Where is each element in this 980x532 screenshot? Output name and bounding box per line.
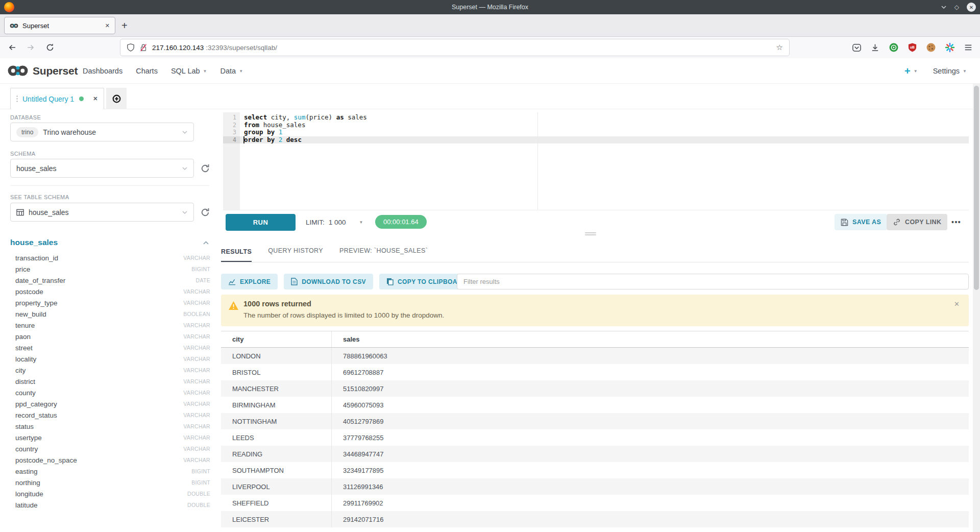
window-maximize-icon[interactable]: ◇	[954, 4, 959, 10]
download-icon[interactable]	[870, 43, 880, 53]
hamburger-menu-icon[interactable]	[964, 43, 973, 52]
schema-column-row[interactable]: usertypeVARCHAR	[15, 432, 210, 443]
table-row[interactable]: BRISTOL69612708887	[221, 364, 969, 380]
explore-button[interactable]: EXPLORE	[221, 274, 278, 289]
table-row[interactable]: BIRMINGHAM45960075093	[221, 397, 969, 413]
print-margin-line	[537, 112, 538, 210]
cookie-extension-icon[interactable]	[926, 42, 936, 53]
download-to-csv-button[interactable]: DOWNLOAD TO CSV	[284, 274, 373, 289]
window-minimize-icon[interactable]	[941, 5, 947, 9]
navbar-item-data[interactable]: Data▼	[220, 67, 243, 75]
action-label: DOWNLOAD TO CSV	[302, 278, 366, 285]
sql-code-line[interactable]: select city, sum(price) as sales	[240, 114, 969, 122]
navbar-item-dashboards[interactable]: Dashboards	[83, 67, 122, 75]
schema-column-row[interactable]: northingBIGINT	[15, 477, 210, 488]
refresh-table-icon[interactable]	[200, 207, 210, 217]
schema-column-row[interactable]: latitudeDOUBLE	[15, 499, 210, 511]
url-bar[interactable]: 217.160.120.143:32393/superset/sqllab/ ☆	[120, 39, 789, 56]
column-header-sales[interactable]: sales	[332, 331, 969, 347]
schema-column-row[interactable]: postcodeVARCHAR	[15, 286, 210, 297]
new-tab-button[interactable]: +	[121, 18, 128, 33]
superset-logo[interactable]: Superset	[7, 64, 78, 78]
privacy-extension-icon[interactable]	[889, 42, 899, 53]
table-row[interactable]: LONDON788861960063	[221, 348, 969, 364]
results-tab-preview[interactable]: PREVIEW: `HOUSE_SALES`	[339, 247, 428, 262]
bookmark-star-icon[interactable]: ☆	[776, 43, 783, 52]
schema-column-row[interactable]: tenureVARCHAR	[15, 320, 210, 331]
reload-icon[interactable]	[45, 42, 55, 53]
navbar-item-charts[interactable]: Charts	[136, 67, 158, 75]
schema-column-row[interactable]: streetVARCHAR	[15, 342, 210, 353]
schema-column-row[interactable]: paonVARCHAR	[15, 331, 210, 342]
new-item-button[interactable]: + ▼	[904, 66, 918, 76]
tab-close-icon[interactable]: ✕	[105, 22, 110, 29]
schema-column-row[interactable]: transaction_idVARCHAR	[15, 252, 210, 263]
refresh-schema-icon[interactable]	[200, 163, 210, 174]
table-row[interactable]: MANCHESTER51510820997	[221, 380, 969, 397]
table-row[interactable]: LEICESTER29142071716	[221, 511, 969, 527]
insecure-lock-icon[interactable]	[139, 43, 148, 52]
limit-dropdown[interactable]: LIMIT: 1 000 ▼	[306, 214, 363, 231]
column-header-city[interactable]: city	[221, 331, 332, 347]
table-row[interactable]: SHEFFIELD29911769902	[221, 495, 969, 511]
query-tab-close-icon[interactable]: ✕	[93, 95, 97, 102]
navbar-item-sql-lab[interactable]: SQL Lab▼	[171, 67, 207, 75]
pocket-icon[interactable]	[852, 43, 862, 53]
database-select[interactable]: trino Trino warehouse	[10, 123, 194, 141]
table-row[interactable]: NOTTINGHAM40512797869	[221, 413, 969, 429]
add-query-tab-button[interactable]	[106, 88, 127, 109]
ublock-icon[interactable]: uB	[908, 42, 917, 53]
save-as-button[interactable]: SAVE AS	[835, 214, 887, 230]
schema-column-row[interactable]: countryVARCHAR	[15, 443, 210, 454]
run-button[interactable]: RUN	[226, 214, 296, 231]
schema-column-row[interactable]: priceBIGINT	[15, 263, 210, 275]
schema-select[interactable]: house_sales	[10, 159, 194, 178]
sql-code-line[interactable]: group by 1	[240, 129, 969, 136]
table-row[interactable]: READING34468947747	[221, 446, 969, 462]
editor-code[interactable]: select city, sum(price) as salesfrom hou…	[240, 112, 969, 211]
sql-code-line[interactable]: from house_sales	[240, 122, 969, 129]
column-name: easting	[15, 468, 191, 475]
schema-column-row[interactable]: longitudeDOUBLE	[15, 488, 210, 499]
query-tab[interactable]: Untitled Query 1 ✕	[10, 88, 104, 109]
schema-column-row[interactable]: record_statusVARCHAR	[15, 409, 210, 421]
schema-column-row[interactable]: statusVARCHAR	[15, 421, 210, 432]
shield-icon[interactable]	[127, 43, 135, 52]
table-select[interactable]: house_sales	[10, 203, 194, 222]
window-close-icon[interactable]: ✕	[967, 3, 976, 12]
schema-column-row[interactable]: eastingBIGINT	[15, 466, 210, 477]
copy-link-button[interactable]: COPY LINK	[887, 214, 947, 230]
forward-icon[interactable]	[26, 42, 36, 53]
scrollbar-thumb[interactable]	[974, 86, 979, 290]
settings-menu[interactable]: Settings ▼	[933, 67, 967, 75]
schema-column-row[interactable]: postcode_no_spaceVARCHAR	[15, 454, 210, 466]
results-tab-results[interactable]: RESULTS	[221, 248, 252, 262]
alert-close-icon[interactable]: ✕	[954, 300, 960, 308]
pinwheel-extension-icon[interactable]	[945, 42, 955, 53]
schema-column-row[interactable]: ppd_categoryVARCHAR	[15, 398, 210, 409]
browser-tab[interactable]: Superset ✕	[4, 17, 115, 34]
schema-column-row[interactable]: new_buildBOOLEAN	[15, 308, 210, 320]
chevron-up-icon[interactable]	[203, 240, 209, 245]
filter-results-input[interactable]	[457, 274, 969, 289]
more-actions-button[interactable]: •••	[951, 214, 961, 230]
page-scrollbar[interactable]	[973, 84, 980, 532]
sql-code-line[interactable]: order by 2 desc	[240, 136, 969, 144]
back-icon[interactable]	[7, 42, 17, 53]
table-row[interactable]: SOUTHAMPTON32349177895	[221, 462, 969, 478]
schema-column-row[interactable]: countyVARCHAR	[15, 387, 210, 398]
schema-column-row[interactable]: districtVARCHAR	[15, 376, 210, 387]
table-row[interactable]: LEEDS37779768255	[221, 429, 969, 446]
results-table-body: LONDON788861960063BRISTOL69612708887MANC…	[221, 348, 969, 527]
results-tab-query-history[interactable]: QUERY HISTORY	[268, 247, 323, 262]
schema-column-row[interactable]: date_of_transferDATE	[15, 275, 210, 286]
schema-column-row[interactable]: property_typeVARCHAR	[15, 297, 210, 308]
sql-editor[interactable]: 1234 select city, sum(price) as salesfro…	[223, 112, 969, 210]
schema-column-row[interactable]: localityVARCHAR	[15, 353, 210, 365]
drag-handle-icon[interactable]	[16, 95, 18, 103]
pane-resize-handle[interactable]	[585, 232, 596, 236]
schema-name: house_sales	[16, 164, 57, 173]
schema-column-row[interactable]: cityVARCHAR	[15, 365, 210, 376]
table-row[interactable]: LIVERPOOL31126991346	[221, 478, 969, 495]
table-panel-header[interactable]: house_sales	[10, 238, 209, 247]
